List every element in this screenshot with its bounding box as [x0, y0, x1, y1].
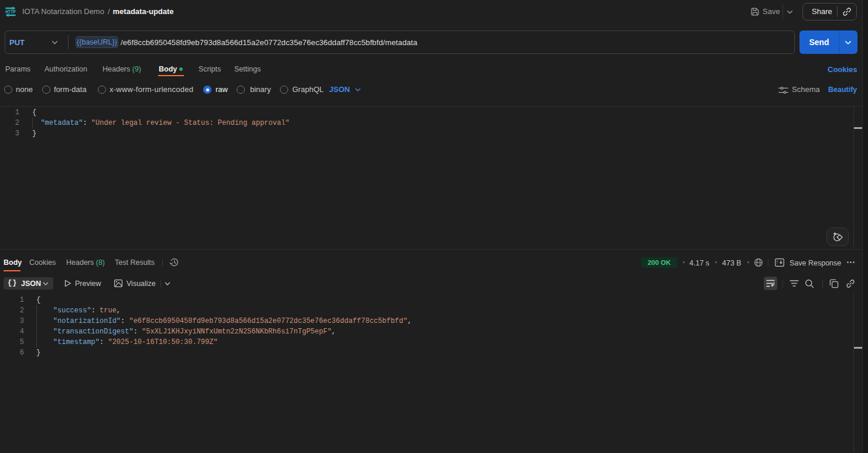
svg-text:HTTP: HTTP — [5, 9, 16, 15]
